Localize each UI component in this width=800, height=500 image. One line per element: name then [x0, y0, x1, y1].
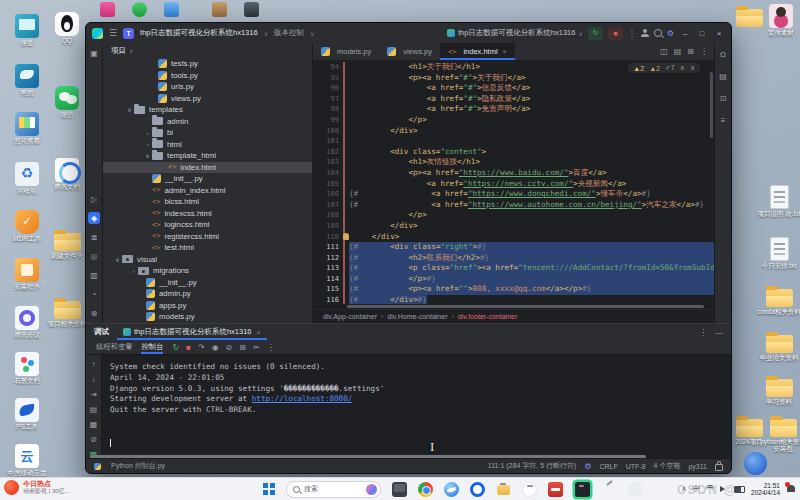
- problems-icon[interactable]: ◎: [88, 250, 100, 262]
- tree-item-tools.py[interactable]: tools.py: [103, 70, 312, 82]
- desktop-icon-wechat[interactable]: 微信: [44, 86, 90, 118]
- main-menu-icon[interactable]: ☰: [109, 28, 117, 38]
- hide-windows-icon[interactable]: ⊞: [687, 47, 694, 56]
- pycharm-icon[interactable]: [574, 481, 591, 498]
- tab-models.py[interactable]: models.py: [313, 43, 379, 60]
- search-everywhere-icon[interactable]: [654, 29, 662, 37]
- history-icon[interactable]: ◔: [88, 288, 100, 300]
- close-session-icon[interactable]: ×: [257, 329, 261, 336]
- chevron-down-icon[interactable]: ∨: [125, 106, 134, 113]
- soft-wrap-icon[interactable]: ⇥: [90, 390, 97, 399]
- debug-panel-title[interactable]: 调试: [94, 327, 109, 337]
- debug-session-tab[interactable]: thp日志数据可视化分析系统hx1316 ×: [117, 324, 267, 340]
- breadcrumb-item[interactable]: div.footer-container: [458, 313, 517, 320]
- mute-breakpoints-icon[interactable]: ⊘: [226, 343, 233, 352]
- indent-setting[interactable]: 4 个空格: [654, 461, 681, 471]
- project-panel-chevron-icon[interactable]: ∨: [129, 47, 133, 54]
- code-line-112[interactable]: 112{# <h2>联系我们</h2>#}: [313, 253, 714, 264]
- build-tool-icon[interactable]: ⊡: [717, 92, 729, 104]
- inspections-widget[interactable]: ▲2 ▲2 ✓7 ∧ ∨: [628, 63, 700, 73]
- line-ending[interactable]: CRLF: [599, 463, 617, 470]
- tree-item-template_html[interactable]: ∨template_html: [103, 150, 312, 162]
- console-prompt[interactable]: [110, 438, 731, 449]
- clock[interactable]: 21:51 2024/4/14: [751, 482, 780, 497]
- desktop-icon-browser-globe[interactable]: [732, 452, 778, 475]
- database-icon[interactable]: ≡: [717, 114, 729, 126]
- tree-item-index.html[interactable]: <>index.html: [103, 162, 312, 174]
- code-line-105[interactable]: 105 <a href="https://news.cctv.com/">央视新…: [313, 179, 714, 190]
- prev-issue-icon[interactable]: ∧: [680, 64, 685, 72]
- tree-item-test.html[interactable]: <>test.html: [103, 242, 312, 254]
- paperplane-app-icon[interactable]: [602, 482, 617, 497]
- console-settings-icon[interactable]: ▤: [90, 405, 98, 414]
- desktop-icon-dark-app[interactable]: [228, 2, 274, 17]
- code-line-99[interactable]: 99 </p>: [313, 115, 714, 126]
- lock-icon[interactable]: [715, 464, 723, 471]
- step-over-icon[interactable]: ↷: [198, 343, 205, 352]
- file-explorer-icon[interactable]: [496, 482, 511, 497]
- services-icon[interactable]: ≣: [88, 231, 100, 243]
- tree-item-bicss.html[interactable]: <>bicss.html: [103, 196, 312, 208]
- project-title[interactable]: thp日志数据可视化分析系统hx1316: [140, 28, 258, 38]
- code-line-98[interactable]: 98 <a href="#">免责声明</a>: [313, 104, 714, 115]
- notification-bell-icon[interactable]: [786, 484, 796, 494]
- settings-gear-icon[interactable]: ⚙: [667, 29, 674, 38]
- code-line-96[interactable]: 96 <a href="#">信息反馈</a>: [313, 83, 714, 94]
- tree-item-apps.py[interactable]: apps.py: [103, 300, 312, 312]
- chevron-right-icon[interactable]: ›: [143, 130, 152, 136]
- code-line-103[interactable]: 103 <h1>友情链接</h1>: [313, 157, 714, 168]
- breadcrumb-item[interactable]: div.Home-container: [387, 313, 447, 320]
- vcs-chevron-icon[interactable]: ∨: [310, 30, 314, 37]
- desktop-icon-new-folder[interactable]: 新建文件夹: [44, 228, 90, 259]
- desktop-icon-blue-app[interactable]: [148, 2, 194, 17]
- tree-item-admin[interactable]: admin: [103, 116, 312, 128]
- code-line-101[interactable]: 101: [313, 136, 714, 147]
- chevron-down-icon[interactable]: ∨: [143, 152, 152, 159]
- desktop-icon-conda-folder[interactable]: conda相关资料: [756, 284, 800, 315]
- run-config-selector[interactable]: thp日志数据可视化分析系统hx1316 ∨: [447, 28, 583, 38]
- project-chevron-icon[interactable]: ∨: [264, 30, 268, 37]
- tree-item-tests.py[interactable]: tests.py: [103, 58, 312, 70]
- run-icon[interactable]: ▷: [88, 193, 100, 205]
- code-line-110[interactable]: 110 </div>: [313, 232, 714, 243]
- qq-icon[interactable]: [522, 482, 537, 497]
- code-line-104[interactable]: 104 <p><a href="https://www.baidu.com/">…: [313, 168, 714, 179]
- print-icon[interactable]: ▦: [90, 420, 98, 429]
- tree-item-templates[interactable]: ∨templates: [103, 104, 312, 116]
- code-line-109[interactable]: 109 </div>: [313, 221, 714, 232]
- code-line-102[interactable]: 102 <div class="content">: [313, 147, 714, 158]
- next-issue-icon[interactable]: ∨: [690, 64, 695, 72]
- tab-options-icon[interactable]: ⋮: [700, 47, 708, 56]
- intention-bulb-icon[interactable]: [343, 233, 349, 240]
- desktop-icon-today-txt[interactable]: 今日安排.txt: [756, 236, 800, 269]
- desktop-icon-study-folder[interactable]: 学习资料: [756, 374, 800, 405]
- code-line-107[interactable]: 107{# <a href="https://www.autohome.com.…: [313, 200, 714, 211]
- code-line-108[interactable]: 108 </p>: [313, 210, 714, 221]
- debug-icon[interactable]: ◈: [88, 212, 100, 224]
- desktop-icon-installer[interactable]: 安装程序: [4, 258, 50, 290]
- stop-button[interactable]: ■: [608, 27, 623, 40]
- status-left[interactable]: Python 控制台.py: [111, 461, 165, 471]
- layout-settings-icon[interactable]: ⊞: [239, 343, 246, 352]
- tree-item-html[interactable]: ›html: [103, 139, 312, 151]
- code-line-106[interactable]: 106{# <a href="https://www.dongchedi.com…: [313, 189, 714, 200]
- opera-ring-icon[interactable]: [470, 482, 485, 497]
- tree-item-__init__.py[interactable]: __init__.py: [103, 173, 312, 185]
- notifications-bell-icon[interactable]: Ω: [717, 48, 729, 60]
- code-line-116[interactable]: 116{# </div>#}: [313, 295, 714, 304]
- view-breakpoints-icon[interactable]: ◉: [212, 343, 219, 352]
- scissors-icon[interactable]: ✂: [253, 343, 260, 352]
- chrome-icon[interactable]: [418, 482, 433, 497]
- taskbar-search[interactable]: 搜索: [286, 481, 381, 498]
- desktop-icon-project-folder[interactable]: 项目相关资料: [44, 296, 90, 327]
- code-line-95[interactable]: 95 <p><a href="#">关于我们</a>: [313, 73, 714, 84]
- tree-item-registercss.html[interactable]: <>registercss.html: [103, 231, 312, 243]
- code-line-115[interactable]: 115{# <p><a href="">808, xxxx@qq.com</a>…: [313, 284, 714, 295]
- code-line-97[interactable]: 97 <a href="#">隐私政策</a>: [313, 94, 714, 105]
- editor-vscrollbar[interactable]: [710, 72, 713, 138]
- editor-hscrollbar[interactable]: [347, 305, 704, 308]
- tree-item-migrations[interactable]: ›migrations: [103, 265, 312, 277]
- red-app-icon[interactable]: [548, 482, 563, 497]
- desktop-icon-python-folder[interactable]: python相关资料安装包: [760, 414, 800, 452]
- chevron-right-icon[interactable]: ›: [129, 268, 138, 274]
